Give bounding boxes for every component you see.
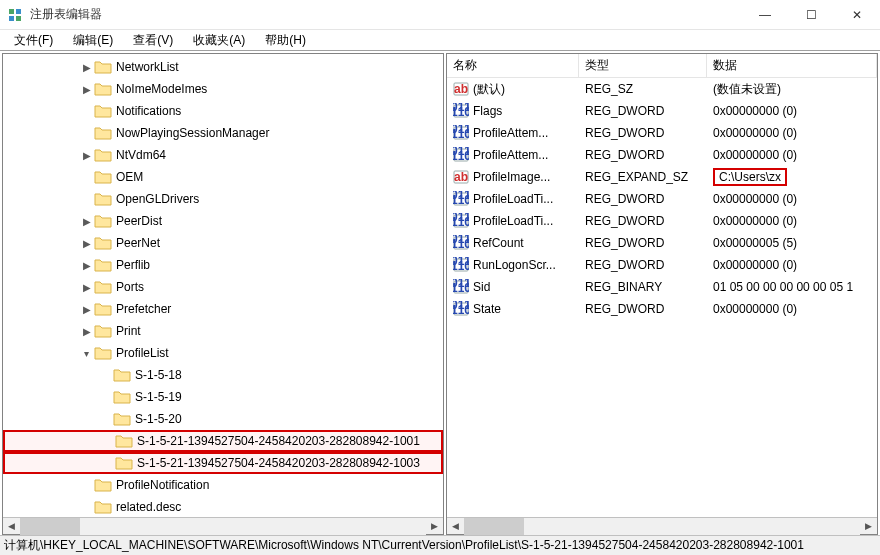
tree-node[interactable]: S-1-5-18 (3, 364, 443, 386)
value-row[interactable]: 011110RefCountREG_DWORD0x00000005 (5) (447, 232, 877, 254)
svg-text:110: 110 (453, 105, 469, 119)
tree-node[interactable]: OpenGLDrivers (3, 188, 443, 210)
menubar: 文件(F) 编辑(E) 查看(V) 收藏夹(A) 帮助(H) (0, 30, 880, 50)
maximize-button[interactable]: ☐ (788, 0, 834, 29)
svg-text:ab: ab (454, 82, 468, 96)
value-data: 0x00000000 (0) (707, 148, 877, 162)
scroll-track[interactable] (464, 518, 860, 535)
value-name: Flags (473, 104, 579, 118)
svg-text:110: 110 (453, 259, 469, 273)
tree-node[interactable]: Notifications (3, 100, 443, 122)
chevron-down-icon[interactable]: ▾ (79, 346, 94, 361)
value-row[interactable]: 011110ProfileLoadTi...REG_DWORD0x0000000… (447, 210, 877, 232)
menu-file[interactable]: 文件(F) (6, 31, 61, 50)
titlebar: 注册表编辑器 — ☐ ✕ (0, 0, 880, 30)
scroll-right-icon[interactable]: ▶ (426, 518, 443, 535)
chevron-right-icon[interactable]: ▶ (79, 236, 94, 251)
close-button[interactable]: ✕ (834, 0, 880, 29)
chevron-right-icon[interactable]: ▶ (79, 280, 94, 295)
tree-node[interactable]: NowPlayingSessionManager (3, 122, 443, 144)
chevron-right-icon[interactable]: ▶ (79, 82, 94, 97)
expander-none (98, 390, 113, 405)
statusbar: 计算机\HKEY_LOCAL_MACHINE\SOFTWARE\Microsof… (0, 535, 880, 555)
value-name: ProfileLoadTi... (473, 214, 579, 228)
folder-icon (94, 148, 112, 162)
chevron-right-icon[interactable]: ▶ (79, 60, 94, 75)
tree-node[interactable]: ▶NtVdm64 (3, 144, 443, 166)
col-header-data[interactable]: 数据 (707, 54, 877, 77)
tree-node-label: ProfileNotification (116, 478, 209, 492)
binary-value-icon: 011110 (451, 279, 471, 295)
scroll-right-icon[interactable]: ▶ (860, 518, 877, 535)
string-value-icon: ab (451, 169, 471, 185)
value-type: REG_EXPAND_SZ (579, 170, 707, 184)
svg-rect-3 (16, 16, 21, 21)
tree-node[interactable]: ▶PeerNet (3, 232, 443, 254)
tree-node[interactable]: ▶NoImeModeImes (3, 78, 443, 100)
tree-node[interactable]: ▶Prefetcher (3, 298, 443, 320)
tree-node[interactable]: ▶NetworkList (3, 56, 443, 78)
scroll-left-icon[interactable]: ◀ (3, 518, 20, 535)
folder-icon (94, 82, 112, 96)
values-pane: 名称 类型 数据 ab(默认)REG_SZ(数值未设置)011110FlagsR… (446, 53, 878, 535)
svg-text:110: 110 (453, 149, 469, 163)
minimize-button[interactable]: — (742, 0, 788, 29)
binary-value-icon: 011110 (451, 103, 471, 119)
value-name: State (473, 302, 579, 316)
col-header-type[interactable]: 类型 (579, 54, 707, 77)
registry-tree[interactable]: ▶NetworkList▶NoImeModeImesNotificationsN… (3, 54, 443, 517)
value-row[interactable]: 011110SidREG_BINARY01 05 00 00 00 00 00 … (447, 276, 877, 298)
tree-node[interactable]: S-1-5-19 (3, 386, 443, 408)
value-row[interactable]: 011110ProfileAttem...REG_DWORD0x00000000… (447, 122, 877, 144)
scroll-left-icon[interactable]: ◀ (447, 518, 464, 535)
value-row[interactable]: abProfileImage...REG_EXPAND_SZC:\Users\z… (447, 166, 877, 188)
menu-favorites[interactable]: 收藏夹(A) (185, 31, 253, 50)
tree-node[interactable]: ▶Perflib (3, 254, 443, 276)
chevron-right-icon[interactable]: ▶ (79, 302, 94, 317)
tree-node[interactable]: OEM (3, 166, 443, 188)
binary-value-icon: 011110 (451, 213, 471, 229)
col-header-name[interactable]: 名称 (447, 54, 579, 77)
chevron-right-icon[interactable]: ▶ (79, 148, 94, 163)
value-row[interactable]: ab(默认)REG_SZ(数值未设置) (447, 78, 877, 100)
menu-edit[interactable]: 编辑(E) (65, 31, 121, 50)
tree-node-label: OpenGLDrivers (116, 192, 199, 206)
tree-node[interactable]: ▶PeerDist (3, 210, 443, 232)
value-type: REG_BINARY (579, 280, 707, 294)
scroll-track[interactable] (20, 518, 426, 535)
value-type: REG_DWORD (579, 258, 707, 272)
chevron-right-icon[interactable]: ▶ (79, 324, 94, 339)
chevron-right-icon[interactable]: ▶ (79, 258, 94, 273)
tree-node[interactable]: ▶Print (3, 320, 443, 342)
value-row[interactable]: 011110ProfileLoadTi...REG_DWORD0x0000000… (447, 188, 877, 210)
scroll-thumb[interactable] (20, 518, 80, 535)
folder-icon (94, 258, 112, 272)
menu-view[interactable]: 查看(V) (125, 31, 181, 50)
tree-node[interactable]: ▾ProfileList (3, 342, 443, 364)
status-path: 计算机\HKEY_LOCAL_MACHINE\SOFTWARE\Microsof… (4, 537, 804, 554)
scroll-thumb[interactable] (464, 518, 524, 535)
values-hscroll[interactable]: ◀ ▶ (447, 517, 877, 534)
tree-node-label: S-1-5-19 (135, 390, 182, 404)
value-row[interactable]: 011110StateREG_DWORD0x00000000 (0) (447, 298, 877, 320)
tree-node-label: NtVdm64 (116, 148, 166, 162)
chevron-right-icon[interactable]: ▶ (79, 214, 94, 229)
value-row[interactable]: 011110ProfileAttem...REG_DWORD0x00000000… (447, 144, 877, 166)
value-name: RefCount (473, 236, 579, 250)
tree-node[interactable]: related.desc (3, 496, 443, 517)
value-row[interactable]: 011110FlagsREG_DWORD0x00000000 (0) (447, 100, 877, 122)
value-data: 0x00000000 (0) (707, 214, 877, 228)
tree-node[interactable]: ▶Ports (3, 276, 443, 298)
tree-node-label: Prefetcher (116, 302, 171, 316)
folder-icon (94, 170, 112, 184)
tree-node[interactable]: ProfileNotification (3, 474, 443, 496)
tree-hscroll[interactable]: ◀ ▶ (3, 517, 443, 534)
menu-help[interactable]: 帮助(H) (257, 31, 314, 50)
tree-node[interactable]: S-1-5-21-1394527504-2458420203-282808942… (3, 452, 443, 474)
folder-icon (94, 346, 112, 360)
svg-text:110: 110 (453, 127, 469, 141)
tree-node[interactable]: S-1-5-21-1394527504-2458420203-282808942… (3, 430, 443, 452)
value-row[interactable]: 011110RunLogonScr...REG_DWORD0x00000000 … (447, 254, 877, 276)
values-list[interactable]: ab(默认)REG_SZ(数值未设置)011110FlagsREG_DWORD0… (447, 78, 877, 517)
tree-node[interactable]: S-1-5-20 (3, 408, 443, 430)
